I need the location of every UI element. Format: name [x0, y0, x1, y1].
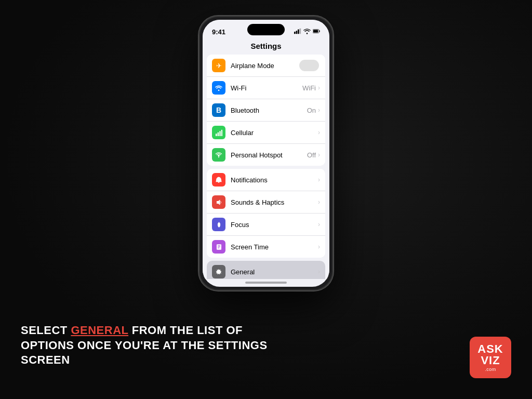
- svg-rect-15: [217, 245, 220, 246]
- notifications-list: Notifications › Sounds & Haptics: [207, 169, 325, 258]
- notifications-icon: [212, 173, 225, 187]
- screen-time-row[interactable]: Screen Time ›: [207, 236, 325, 258]
- askviz-com: .com: [485, 367, 496, 372]
- wifi-label: Wi-Fi: [231, 84, 302, 92]
- svg-rect-6: [313, 30, 318, 33]
- bluetooth-icon: B: [212, 103, 225, 117]
- connectivity-list: ✈ Airplane Mode: [207, 55, 325, 166]
- settings-title: Settings: [203, 39, 329, 55]
- focus-icon: [212, 218, 225, 231]
- personal-hotspot-icon: [212, 148, 225, 162]
- svg-rect-2: [298, 30, 299, 34]
- cellular-icon: [212, 126, 225, 139]
- general-icon: [212, 265, 225, 278]
- phone-screen: 9:41: [203, 20, 329, 287]
- notifications-group: Notifications › Sounds & Haptics: [203, 169, 329, 258]
- screen-time-icon: [212, 240, 225, 254]
- svg-rect-7: [216, 134, 217, 136]
- screen-time-chevron: ›: [318, 243, 320, 250]
- personal-hotspot-row[interactable]: Personal Hotspot Off ›: [207, 144, 325, 166]
- status-icons: [294, 28, 320, 36]
- instruction-prefix: SELECT: [21, 324, 71, 337]
- system-list: General ›: [207, 261, 325, 279]
- wifi-icon: [212, 81, 225, 95]
- svg-rect-5: [319, 30, 320, 32]
- screen-time-label: Screen Time: [231, 243, 318, 251]
- airplane-mode-row[interactable]: ✈ Airplane Mode: [207, 55, 325, 77]
- system-group: General ›: [203, 261, 329, 279]
- svg-rect-17: [217, 247, 219, 248]
- airplane-mode-label: Airplane Mode: [231, 62, 299, 70]
- bluetooth-chevron: ›: [318, 107, 320, 114]
- svg-rect-0: [294, 32, 296, 34]
- svg-rect-10: [221, 129, 222, 136]
- focus-label: Focus: [231, 221, 318, 229]
- airplane-mode-toggle[interactable]: [299, 60, 319, 71]
- focus-chevron: ›: [318, 221, 320, 228]
- signal-icon: [294, 28, 301, 36]
- askviz-viz: VIZ: [481, 355, 500, 366]
- askviz-logo: ASK VIZ .com: [470, 337, 511, 378]
- sounds-haptics-chevron: ›: [318, 198, 320, 206]
- airplane-mode-icon: ✈: [212, 59, 225, 72]
- status-bar: 9:41: [203, 20, 329, 39]
- bluetooth-label: Bluetooth: [231, 107, 307, 114]
- personal-hotspot-chevron: ›: [318, 151, 320, 158]
- bluetooth-value: On: [307, 107, 316, 114]
- instruction-highlight: GENERAL: [71, 324, 128, 337]
- phone-wrapper: 9:41: [198, 16, 334, 291]
- svg-rect-1: [296, 31, 298, 34]
- askviz-ask: ASK: [477, 343, 503, 355]
- personal-hotspot-label: Personal Hotspot: [231, 151, 307, 159]
- phone-body: 9:41: [198, 16, 334, 291]
- focus-row[interactable]: Focus ›: [207, 214, 325, 236]
- instruction-text: SELECT GENERAL FROM THE LIST OF OPTIONS …: [21, 323, 281, 368]
- notifications-label: Notifications: [231, 176, 318, 184]
- wifi-status-icon: [303, 28, 311, 36]
- home-indicator: [245, 282, 287, 284]
- status-time: 9:41: [212, 28, 225, 36]
- sounds-haptics-label: Sounds & Haptics: [231, 198, 318, 206]
- notifications-chevron: ›: [318, 176, 320, 183]
- svg-point-11: [218, 155, 220, 157]
- bluetooth-row[interactable]: B Bluetooth On ›: [207, 99, 325, 122]
- svg-rect-9: [219, 131, 220, 136]
- dynamic-island: [247, 24, 285, 35]
- notifications-row[interactable]: Notifications ›: [207, 169, 325, 191]
- general-label: General: [231, 268, 318, 276]
- personal-hotspot-value: Off: [307, 151, 316, 159]
- sounds-haptics-icon: [212, 195, 225, 209]
- wifi-value: WiFi: [302, 84, 316, 92]
- wifi-chevron: ›: [318, 84, 320, 91]
- wifi-row[interactable]: Wi-Fi WiFi ›: [207, 77, 325, 99]
- battery-icon: [313, 28, 320, 36]
- general-chevron: ›: [318, 268, 320, 275]
- general-row[interactable]: General ›: [207, 261, 325, 279]
- connectivity-group: ✈ Airplane Mode: [203, 55, 329, 166]
- cellular-label: Cellular: [231, 129, 318, 137]
- svg-rect-3: [300, 29, 301, 34]
- svg-rect-8: [217, 132, 218, 136]
- svg-rect-16: [217, 246, 220, 247]
- svg-marker-13: [216, 200, 220, 205]
- cellular-chevron: ›: [318, 129, 320, 136]
- sounds-haptics-row[interactable]: Sounds & Haptics ›: [207, 191, 325, 214]
- cellular-row[interactable]: Cellular ›: [207, 122, 325, 144]
- settings-content[interactable]: ✈ Airplane Mode: [203, 55, 329, 279]
